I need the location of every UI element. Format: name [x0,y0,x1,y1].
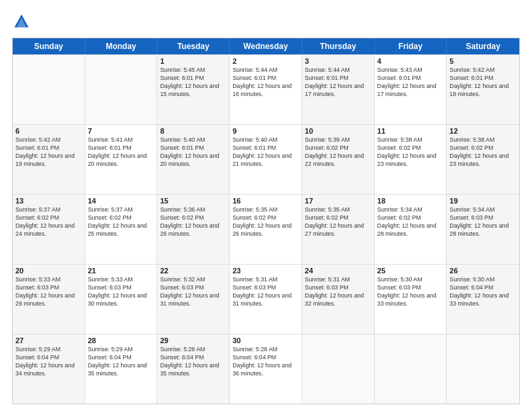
calendar-cell [447,334,519,404]
day-number: 8 [160,127,226,135]
day-number: 13 [15,197,82,205]
day-info: Sunrise: 5:38 AM Sunset: 6:02 PM Dayligh… [378,136,444,169]
calendar-cell: 9Sunrise: 5:40 AM Sunset: 6:01 PM Daylig… [230,125,302,194]
day-number: 28 [88,336,154,345]
day-info: Sunrise: 5:40 AM Sunset: 6:01 PM Dayligh… [160,136,226,169]
day-number: 9 [232,127,299,135]
day-number: 10 [305,127,371,135]
calendar-cell: 22Sunrise: 5:32 AM Sunset: 6:03 PM Dayli… [157,265,230,334]
calendar-cell: 25Sunrise: 5:30 AM Sunset: 6:03 PM Dayli… [375,265,447,334]
day-info: Sunrise: 5:38 AM Sunset: 6:02 PM Dayligh… [449,136,517,169]
calendar: SundayMondayTuesdayWednesdayThursdayFrid… [12,38,520,404]
calendar-cell: 18Sunrise: 5:34 AM Sunset: 6:02 PM Dayli… [375,195,447,264]
day-number: 22 [160,267,226,275]
day-info: Sunrise: 5:31 AM Sunset: 6:03 PM Dayligh… [305,276,371,308]
weekday-header: Monday [85,38,158,54]
calendar-cell: 16Sunrise: 5:35 AM Sunset: 6:02 PM Dayli… [230,195,302,264]
calendar-cell: 5Sunrise: 5:42 AM Sunset: 6:01 PM Daylig… [447,55,519,124]
day-number: 23 [232,267,299,275]
day-number: 6 [15,127,82,135]
weekday-header: Wednesday [230,38,302,54]
calendar-cell: 2Sunrise: 5:44 AM Sunset: 6:01 PM Daylig… [230,55,302,124]
day-number: 20 [15,267,82,275]
day-number: 27 [15,336,82,345]
calendar-cell: 1Sunrise: 5:45 AM Sunset: 6:01 PM Daylig… [157,55,230,124]
header [12,12,520,31]
calendar-cell: 26Sunrise: 5:30 AM Sunset: 6:04 PM Dayli… [447,265,519,334]
calendar-cell: 21Sunrise: 5:33 AM Sunset: 6:03 PM Dayli… [85,265,158,334]
day-number: 24 [305,267,371,275]
day-info: Sunrise: 5:28 AM Sunset: 6:04 PM Dayligh… [160,346,226,378]
weekday-header: Sunday [13,38,85,54]
day-number: 26 [449,267,517,275]
day-info: Sunrise: 5:35 AM Sunset: 6:02 PM Dayligh… [232,206,299,238]
day-number: 5 [449,57,517,65]
day-number: 1 [160,57,226,65]
calendar-cell [85,55,158,124]
page: SundayMondayTuesdayWednesdayThursdayFrid… [0,0,532,411]
weekday-header: Tuesday [157,38,230,54]
calendar-cell: 28Sunrise: 5:29 AM Sunset: 6:04 PM Dayli… [85,334,158,404]
day-number: 21 [88,267,154,275]
day-number: 29 [160,336,226,345]
day-info: Sunrise: 5:41 AM Sunset: 6:01 PM Dayligh… [88,136,154,169]
calendar-cell: 7Sunrise: 5:41 AM Sunset: 6:01 PM Daylig… [85,125,158,194]
day-number: 12 [449,127,517,135]
day-info: Sunrise: 5:37 AM Sunset: 6:02 PM Dayligh… [15,206,82,238]
day-info: Sunrise: 5:44 AM Sunset: 6:01 PM Dayligh… [305,66,371,99]
day-number: 30 [232,336,299,345]
day-info: Sunrise: 5:36 AM Sunset: 6:02 PM Dayligh… [160,206,226,238]
day-number: 19 [449,197,517,205]
calendar-cell [302,334,375,404]
day-number: 18 [378,197,444,205]
calendar-cell: 14Sunrise: 5:37 AM Sunset: 6:02 PM Dayli… [85,195,158,264]
logo [12,12,34,31]
calendar-cell: 13Sunrise: 5:37 AM Sunset: 6:02 PM Dayli… [13,195,85,264]
weekday-header: Thursday [302,38,375,54]
day-info: Sunrise: 5:37 AM Sunset: 6:02 PM Dayligh… [88,206,154,238]
day-info: Sunrise: 5:31 AM Sunset: 6:03 PM Dayligh… [232,276,299,308]
calendar-cell: 10Sunrise: 5:39 AM Sunset: 6:02 PM Dayli… [302,125,375,194]
calendar-body: 1Sunrise: 5:45 AM Sunset: 6:01 PM Daylig… [13,54,519,404]
day-info: Sunrise: 5:34 AM Sunset: 6:03 PM Dayligh… [449,206,517,238]
day-info: Sunrise: 5:32 AM Sunset: 6:03 PM Dayligh… [160,276,226,308]
calendar-week: 20Sunrise: 5:33 AM Sunset: 6:03 PM Dayli… [13,264,519,334]
day-number: 16 [232,197,299,205]
calendar-cell: 27Sunrise: 5:29 AM Sunset: 6:04 PM Dayli… [13,334,85,404]
calendar-header: SundayMondayTuesdayWednesdayThursdayFrid… [13,38,519,54]
calendar-cell: 17Sunrise: 5:35 AM Sunset: 6:02 PM Dayli… [302,195,375,264]
calendar-cell: 6Sunrise: 5:42 AM Sunset: 6:01 PM Daylig… [13,125,85,194]
logo-icon [12,12,31,31]
day-info: Sunrise: 5:44 AM Sunset: 6:01 PM Dayligh… [232,66,299,99]
day-info: Sunrise: 5:42 AM Sunset: 6:01 PM Dayligh… [449,66,517,99]
calendar-week: 13Sunrise: 5:37 AM Sunset: 6:02 PM Dayli… [13,194,519,264]
day-info: Sunrise: 5:28 AM Sunset: 6:04 PM Dayligh… [232,346,299,378]
day-info: Sunrise: 5:33 AM Sunset: 6:03 PM Dayligh… [15,276,82,308]
calendar-week: 1Sunrise: 5:45 AM Sunset: 6:01 PM Daylig… [13,54,519,124]
calendar-cell: 15Sunrise: 5:36 AM Sunset: 6:02 PM Dayli… [157,195,230,264]
day-number: 11 [378,127,444,135]
calendar-cell [13,55,85,124]
day-info: Sunrise: 5:33 AM Sunset: 6:03 PM Dayligh… [88,276,154,308]
day-number: 17 [305,197,371,205]
day-info: Sunrise: 5:29 AM Sunset: 6:04 PM Dayligh… [15,346,82,378]
day-info: Sunrise: 5:45 AM Sunset: 6:01 PM Dayligh… [160,66,226,99]
calendar-cell: 24Sunrise: 5:31 AM Sunset: 6:03 PM Dayli… [302,265,375,334]
day-info: Sunrise: 5:30 AM Sunset: 6:04 PM Dayligh… [449,276,517,308]
day-info: Sunrise: 5:35 AM Sunset: 6:02 PM Dayligh… [305,206,371,238]
calendar-cell: 29Sunrise: 5:28 AM Sunset: 6:04 PM Dayli… [157,334,230,404]
calendar-week: 27Sunrise: 5:29 AM Sunset: 6:04 PM Dayli… [13,334,519,404]
weekday-header: Saturday [447,38,519,54]
calendar-cell: 8Sunrise: 5:40 AM Sunset: 6:01 PM Daylig… [157,125,230,194]
calendar-cell: 30Sunrise: 5:28 AM Sunset: 6:04 PM Dayli… [230,334,302,404]
calendar-cell: 3Sunrise: 5:44 AM Sunset: 6:01 PM Daylig… [302,55,375,124]
day-info: Sunrise: 5:40 AM Sunset: 6:01 PM Dayligh… [232,136,299,169]
calendar-week: 6Sunrise: 5:42 AM Sunset: 6:01 PM Daylig… [13,124,519,194]
day-info: Sunrise: 5:43 AM Sunset: 6:01 PM Dayligh… [378,66,444,99]
calendar-cell [375,334,447,404]
calendar-cell: 20Sunrise: 5:33 AM Sunset: 6:03 PM Dayli… [13,265,85,334]
calendar-cell: 4Sunrise: 5:43 AM Sunset: 6:01 PM Daylig… [375,55,447,124]
day-info: Sunrise: 5:42 AM Sunset: 6:01 PM Dayligh… [15,136,82,169]
day-info: Sunrise: 5:34 AM Sunset: 6:02 PM Dayligh… [378,206,444,238]
day-info: Sunrise: 5:39 AM Sunset: 6:02 PM Dayligh… [305,136,371,169]
